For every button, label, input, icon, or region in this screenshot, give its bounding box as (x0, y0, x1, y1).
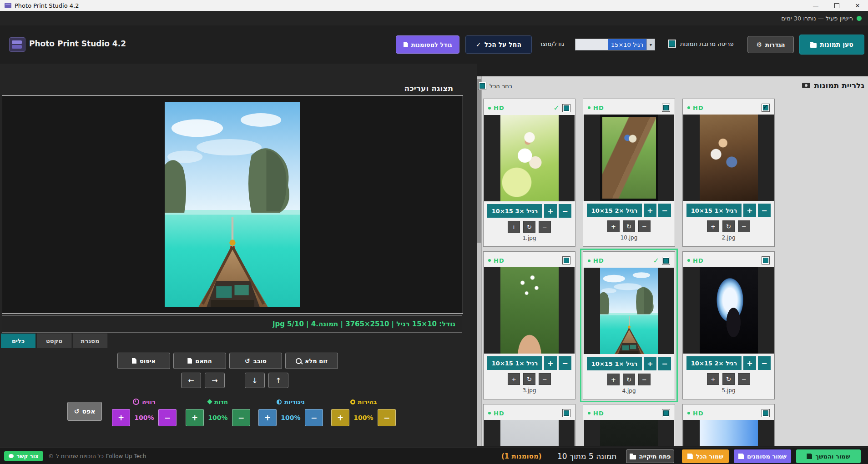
card-zoom-out-button[interactable]: − (638, 374, 651, 385)
card-rotate-button[interactable]: ↻ (722, 373, 735, 385)
card-checkbox[interactable] (562, 256, 570, 264)
gallery-card[interactable]: HD + − + ↻ − (682, 404, 775, 446)
pan-up-button[interactable]: ↑ (268, 373, 288, 388)
card-thumbnail[interactable] (683, 115, 774, 201)
card-copies-plus-button[interactable]: + (644, 204, 656, 217)
maximize-button[interactable] (826, 0, 847, 11)
reset-adjustments-button[interactable]: ↺ אפס (67, 402, 102, 421)
scrollbar-thumb[interactable] (477, 79, 481, 243)
card-zoom-out-button[interactable]: − (638, 220, 651, 232)
rotate-button[interactable]: ↺ סובב (229, 353, 282, 369)
contrast-minus-button[interactable]: − (305, 409, 323, 426)
card-rotate-button[interactable]: ↻ (523, 373, 535, 385)
reset-view-button[interactable]: איפוס (117, 353, 170, 369)
card-thumbnail[interactable] (484, 420, 575, 446)
contrast-plus-button[interactable]: + (258, 409, 277, 426)
card-checkbox[interactable] (762, 256, 770, 264)
select-all-checkbox[interactable] (478, 82, 486, 90)
card-zoom-out-button[interactable]: − (738, 373, 750, 385)
card-rotate-button[interactable]: ↻ (722, 220, 735, 232)
card-thumbnail[interactable] (484, 115, 575, 201)
save-marked-button[interactable]: שמור מסומנים (734, 449, 791, 463)
card-copies-minus-button[interactable]: − (658, 204, 671, 217)
card-copies-plus-button[interactable]: + (743, 356, 756, 370)
settings-button[interactable]: ⚙ הגדרות (747, 36, 794, 53)
card-copies-minus-button[interactable]: − (758, 356, 771, 370)
card-copies-plus-button[interactable]: + (544, 356, 557, 370)
card-zoom-out-button[interactable]: − (738, 220, 750, 232)
card-copies-minus-button[interactable]: − (559, 204, 571, 218)
multi-layout-checkbox[interactable] (668, 40, 676, 48)
gallery-card[interactable]: HD + − + ↻ − (483, 404, 575, 446)
card-thumbnail[interactable] (584, 115, 674, 201)
card-copies-minus-button[interactable]: − (658, 357, 671, 370)
card-copies-plus-button[interactable]: + (544, 204, 557, 218)
card-thumbnail[interactable] (683, 420, 774, 446)
card-rotate-button[interactable]: ↻ (523, 221, 535, 233)
card-zoom-out-button[interactable]: − (539, 221, 551, 233)
apply-to-all-button[interactable]: ✓ החל על הכל (465, 35, 532, 54)
card-zoom-in-button[interactable]: + (508, 221, 520, 233)
saturation-minus-button[interactable]: − (158, 409, 177, 426)
card-zoom-in-button[interactable]: + (607, 374, 620, 385)
pan-left-button[interactable]: ← (181, 373, 201, 388)
gallery-card[interactable]: HD + − + ↻ − (583, 404, 675, 446)
card-copies-minus-button[interactable]: − (758, 204, 771, 217)
card-thumbnail[interactable] (584, 268, 674, 354)
card-size-row: 10×15 1× רגיל + − (583, 354, 675, 370)
sharpness-minus-button[interactable]: − (232, 409, 250, 426)
card-zoom-in-button[interactable]: + (707, 220, 719, 232)
gallery-card[interactable]: HD ✓ 10×15 3× רגיל + − + ↻ − 1.jpg (483, 99, 575, 247)
pan-down-button[interactable]: ↓ (245, 373, 265, 388)
card-zoom-in-button[interactable]: + (607, 220, 620, 232)
tab-frame[interactable]: מסגרת (73, 334, 107, 348)
card-thumbnail[interactable] (484, 267, 575, 354)
card-zoom-out-button[interactable]: − (539, 373, 551, 385)
card-zoom-in-button[interactable]: + (707, 373, 719, 385)
contact-button[interactable]: צור קשר (4, 451, 43, 461)
card-checkbox[interactable] (762, 104, 770, 112)
gallery-card[interactable]: HD 10×15 2× רגיל + − + ↻ − 10.jpg (583, 99, 675, 247)
select-all-control[interactable]: בחר הכל (478, 82, 512, 90)
card-checkbox[interactable] (662, 104, 670, 112)
full-zoom-button[interactable]: זום מלא (285, 353, 338, 369)
card-checkbox[interactable] (562, 409, 570, 417)
card-rotate-button[interactable]: ↻ (623, 374, 635, 385)
tab-tools[interactable]: כלים (1, 334, 35, 348)
fit-button[interactable]: התאם (173, 353, 226, 369)
preview-canvas[interactable] (2, 95, 463, 314)
tab-text[interactable]: טקסט (37, 334, 71, 348)
close-button[interactable]: ✕ (847, 0, 868, 11)
card-checkbox[interactable] (662, 257, 670, 265)
card-thumbnail[interactable] (584, 420, 674, 446)
size-product-dropdown[interactable]: רגיל 10×15 ▾ (575, 39, 655, 50)
gallery-card[interactable]: HD 10×15 1× רגיל + − + ↻ − 3.jpg (483, 251, 575, 399)
card-checkbox[interactable] (762, 409, 770, 417)
open-folder-button[interactable]: פתח תיקייה (626, 449, 674, 463)
chevron-down-icon[interactable]: ▾ (646, 39, 655, 50)
gallery-card[interactable]: HD ✓ 10×15 1× רגיל + − + ↻ − 4.jpg (583, 251, 675, 399)
restore-icon (834, 3, 839, 8)
card-copies-plus-button[interactable]: + (644, 357, 656, 370)
minimize-button[interactable]: — (805, 0, 826, 11)
gallery-card[interactable]: HD 10×15 1× רגיל + − + ↻ − 2.jpg (682, 99, 775, 247)
card-checkbox[interactable] (562, 104, 570, 112)
size-for-marked-button[interactable]: גודל למסומנות (396, 35, 459, 54)
saturation-plus-button[interactable]: + (112, 409, 130, 426)
pan-right-button[interactable]: → (205, 373, 225, 388)
gallery-scrollbar[interactable] (477, 76, 482, 446)
card-copies-minus-button[interactable]: − (559, 356, 571, 370)
card-thumbnail[interactable] (683, 267, 774, 354)
card-photo (600, 420, 658, 446)
brightness-plus-button[interactable]: + (331, 409, 349, 426)
sharpness-plus-button[interactable]: + (186, 409, 204, 426)
card-checkbox[interactable] (662, 409, 670, 417)
card-zoom-in-button[interactable]: + (508, 373, 520, 385)
card-rotate-button[interactable]: ↻ (623, 220, 635, 232)
gallery-card[interactable]: HD 10×15 2× רגיל + − + ↻ − 5.jpg (682, 251, 775, 399)
card-copies-plus-button[interactable]: + (743, 204, 756, 217)
brightness-minus-button[interactable]: − (378, 409, 396, 426)
save-all-button[interactable]: שמור הכל (682, 449, 729, 463)
save-and-continue-button[interactable]: שמור והמשך (796, 449, 861, 463)
load-images-button[interactable]: טען תמונות (799, 35, 864, 55)
